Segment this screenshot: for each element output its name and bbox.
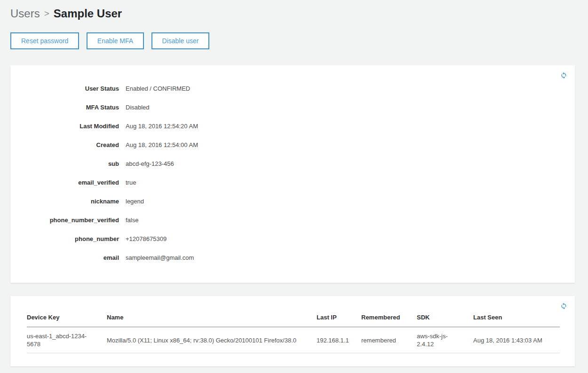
refresh-devices-button[interactable] xyxy=(559,302,568,311)
detail-value: true xyxy=(126,173,136,192)
detail-label: email xyxy=(27,249,119,267)
detail-value: sampleemail@gmail.com xyxy=(126,249,194,267)
detail-row-mfa-status: MFA Status Disabled xyxy=(27,98,558,117)
detail-value: Aug 18, 2016 12:54:00 AM xyxy=(126,136,198,155)
detail-row-nickname: nickname legend xyxy=(27,192,558,211)
detail-value: +12078675309 xyxy=(126,230,167,249)
column-header-last-ip: Last IP xyxy=(317,312,361,327)
detail-row-phone-number: phone_number +12078675309 xyxy=(27,230,558,249)
breadcrumb: Users>Sample User xyxy=(10,6,575,21)
refresh-icon xyxy=(560,303,567,310)
detail-value: Disabled xyxy=(126,98,150,117)
detail-value: legend xyxy=(126,192,144,211)
detail-label: Created xyxy=(27,136,119,155)
detail-row-created: Created Aug 18, 2016 12:54:00 AM xyxy=(27,136,558,155)
page: { "breadcrumb": { "section": "Users", "s… xyxy=(0,0,588,373)
detail-value: Enabled / CONFIRMED xyxy=(126,79,190,98)
column-header-sdk: SDK xyxy=(417,312,473,327)
column-header-name: Name xyxy=(107,312,317,327)
cell-last-ip: 192.168.1.1 xyxy=(317,327,361,353)
disable-user-button[interactable]: Disable user xyxy=(151,32,210,49)
detail-value: abcd-efg-123-456 xyxy=(126,155,174,173)
page-title: Sample User xyxy=(54,7,122,20)
detail-row-phone-number-verified: phone_number_verified false xyxy=(27,211,558,230)
column-header-remembered: Remembered xyxy=(361,312,417,327)
user-details-panel: User Status Enabled / CONFIRMED MFA Stat… xyxy=(10,65,575,283)
detail-value: false xyxy=(126,211,138,230)
breadcrumb-users-link[interactable]: Users xyxy=(10,7,40,20)
detail-label: phone_number_verified xyxy=(27,211,119,230)
devices-table: Device Key Name Last IP Remembered SDK L… xyxy=(27,312,560,353)
chevron-right-icon: > xyxy=(44,8,49,18)
devices-table-header-row: Device Key Name Last IP Remembered SDK L… xyxy=(27,312,560,327)
action-button-row: Reset password Enable MFA Disable user xyxy=(10,32,575,49)
device-table-row: us-east-1_abcd-1234-5678 Mozilla/5.0 (X1… xyxy=(27,327,560,353)
cell-sdk: aws-sdk-js-2.4.12 xyxy=(417,327,473,353)
cell-remembered: remembered xyxy=(361,327,417,353)
detail-label: sub xyxy=(27,155,119,173)
detail-label: Last Modified xyxy=(27,117,119,136)
column-header-device-key: Device Key xyxy=(27,312,107,327)
enable-mfa-button[interactable]: Enable MFA xyxy=(87,32,144,49)
detail-row-email-verified: email_verified true xyxy=(27,173,558,192)
detail-label: phone_number xyxy=(27,230,119,249)
detail-row-email: email sampleemail@gmail.com xyxy=(27,249,558,267)
detail-row-user-status: User Status Enabled / CONFIRMED xyxy=(27,79,558,98)
cell-device-key: us-east-1_abcd-1234-5678 xyxy=(27,327,107,353)
reset-password-button[interactable]: Reset password xyxy=(10,32,79,49)
cell-last-seen: Aug 18, 2016 1:43:03 AM xyxy=(473,327,560,353)
detail-label: MFA Status xyxy=(27,98,119,117)
detail-row-sub: sub abcd-efg-123-456 xyxy=(27,155,558,173)
refresh-icon xyxy=(560,72,567,79)
detail-label: email_verified xyxy=(27,173,119,192)
detail-label: nickname xyxy=(27,192,119,211)
refresh-details-button[interactable] xyxy=(559,71,568,80)
detail-row-last-modified: Last Modified Aug 18, 2016 12:54:20 AM xyxy=(27,117,558,136)
column-header-last-seen: Last Seen xyxy=(473,312,560,327)
detail-label: User Status xyxy=(27,79,119,98)
detail-value: Aug 18, 2016 12:54:20 AM xyxy=(126,117,198,136)
cell-name: Mozilla/5.0 (X11; Linux x86_64; rv:38.0)… xyxy=(107,327,317,353)
user-detail-page: Users>Sample User Reset password Enable … xyxy=(0,0,588,366)
devices-panel: Device Key Name Last IP Remembered SDK L… xyxy=(10,296,575,366)
